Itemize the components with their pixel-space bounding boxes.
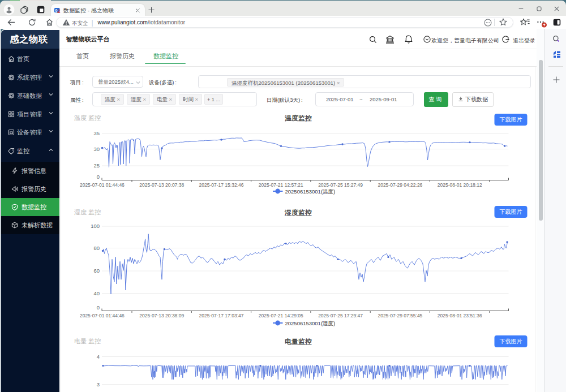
svg-text:100: 100	[91, 223, 100, 229]
svg-text:3: 3	[97, 381, 100, 387]
svg-text:湿度 监控: 湿度 监控	[74, 209, 101, 216]
svg-text:2025-07-17 15:32:46: 2025-07-17 15:32:46	[199, 182, 244, 188]
svg-text:2025-07-17 17:03:47: 2025-07-17 17:03:47	[199, 313, 244, 318]
svg-text:2025-07-25 17:29:47: 2025-07-25 17:29:47	[318, 313, 363, 318]
svg-text:0: 0	[97, 304, 100, 311]
svg-text:35: 35	[93, 130, 100, 136]
svg-text:2025-08-01 23:51:36: 2025-08-01 23:51:36	[438, 313, 482, 318]
svg-text:下载图片: 下载图片	[500, 209, 522, 215]
svg-text:202506153001(湿度): 202506153001(湿度)	[285, 320, 336, 326]
svg-text:Z: Z	[57, 8, 60, 14]
svg-text:2025-07-21 12:57:21: 2025-07-21 12:57:21	[259, 182, 303, 188]
svg-text:下载图片: 下载图片	[500, 338, 522, 344]
svg-text:2025-07-13 20:38:09: 2025-07-13 20:38:09	[139, 313, 184, 318]
svg-text:0: 0	[97, 174, 100, 180]
svg-text:2025-07-25 15:27:49: 2025-07-25 15:27:49	[318, 182, 363, 188]
svg-text:25: 25	[93, 162, 100, 169]
svg-text:电量 监控: 电量 监控	[74, 338, 101, 344]
svg-text:2025-07-29 04:22:26: 2025-07-29 04:22:26	[378, 182, 422, 188]
svg-text:202506153001(温度): 202506153001(温度)	[285, 188, 336, 195]
svg-text:温度 监控: 温度 监控	[74, 114, 101, 121]
svg-text:2025-07-01 01:44:46: 2025-07-01 01:44:46	[80, 182, 125, 188]
svg-text:40: 40	[93, 290, 100, 296]
svg-text:30: 30	[93, 146, 100, 152]
svg-text:4: 4	[97, 354, 100, 360]
svg-text:下载图片: 下载图片	[500, 117, 522, 123]
svg-text:2025-07-21 14:29:05: 2025-07-21 14:29:05	[259, 313, 303, 318]
svg-text:2025-07-01 01:44:46: 2025-07-01 01:44:46	[80, 313, 125, 318]
svg-text:湿度监控: 湿度监控	[284, 209, 312, 217]
svg-text:60: 60	[93, 268, 100, 274]
svg-text:2025-08-01 20:18:12: 2025-08-01 20:18:12	[438, 182, 482, 188]
svg-text:2025-07-29 07:55:45: 2025-07-29 07:55:45	[378, 313, 422, 318]
svg-text:80: 80	[93, 245, 100, 251]
svg-text:电量监控: 电量监控	[285, 338, 312, 346]
svg-text:温度监控: 温度监控	[285, 114, 312, 122]
svg-text:2025-07-13 20:07:38: 2025-07-13 20:07:38	[139, 182, 184, 188]
